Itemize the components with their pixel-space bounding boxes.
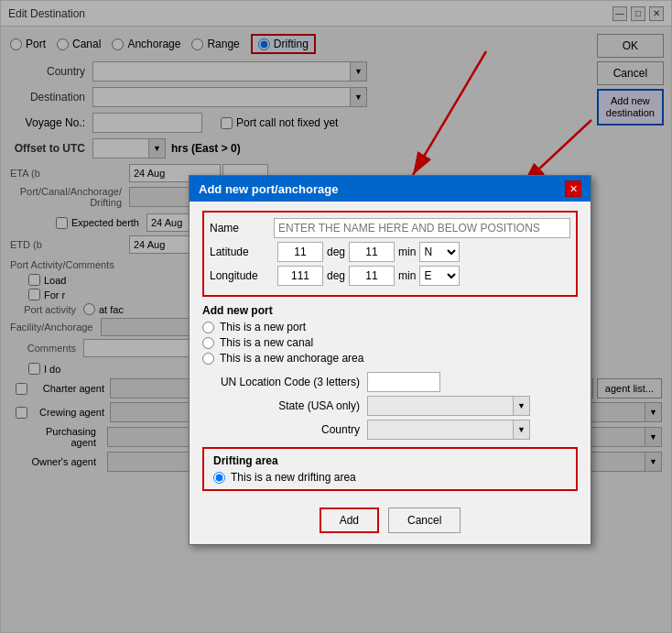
un-code-input[interactable] — [367, 372, 440, 392]
lat-dir-select[interactable]: N S — [419, 242, 460, 262]
add-new-modal: Add new port/anchorage ✕ Name Latitude d… — [189, 175, 591, 545]
lon-deg-label: deg — [327, 269, 345, 282]
lon-min-label: min — [398, 269, 416, 282]
state-label: State (USA only) — [202, 399, 367, 412]
state-row: State (USA only) ▼ — [202, 396, 578, 416]
modal-country-combo-arrow[interactable]: ▼ — [514, 420, 530, 440]
new-canal-radio[interactable] — [202, 337, 214, 349]
latitude-label: Latitude — [210, 246, 274, 258]
drifting-section-title: Drifting area — [213, 454, 567, 467]
un-code-label: UN Location Code (3 letters) — [202, 376, 367, 388]
modal-footer: Add Cancel — [190, 500, 591, 544]
drifting-section: Drifting area This is a new drifting are… — [202, 447, 578, 491]
lon-dir-select[interactable]: E W — [419, 266, 460, 286]
longitude-row: Longitude deg min E W — [210, 266, 570, 286]
name-field-label: Name — [210, 222, 274, 235]
new-canal-radio-label[interactable]: This is a new canal — [202, 336, 578, 349]
new-drifting-label: This is a new drifting area — [231, 471, 356, 484]
un-code-row: UN Location Code (3 letters) — [202, 372, 578, 392]
lat-deg-label: deg — [327, 246, 345, 258]
new-drifting-radio-label[interactable]: This is a new drifting area — [213, 471, 567, 484]
new-port-label: This is a new port — [220, 321, 306, 333]
state-input[interactable] — [367, 396, 514, 416]
lat-min-label: min — [398, 246, 416, 258]
name-coord-box: Name Latitude deg min N S Longitude — [202, 211, 578, 297]
new-port-radio-label[interactable]: This is a new port — [202, 321, 578, 333]
lat-deg-input[interactable] — [277, 242, 323, 262]
add-new-section-title: Add new port — [202, 304, 578, 317]
modal-title-bar: Add new port/anchorage ✕ — [190, 176, 591, 202]
modal-country-input[interactable] — [367, 420, 514, 440]
modal-country-row: Country ▼ — [202, 420, 578, 440]
new-drifting-radio[interactable] — [213, 472, 225, 484]
new-anchorage-radio-label[interactable]: This is a new anchorage area — [202, 352, 578, 365]
lat-min-input[interactable] — [349, 242, 395, 262]
new-canal-label: This is a new canal — [220, 336, 313, 349]
modal-body: Name Latitude deg min N S Longitude — [190, 202, 591, 500]
longitude-label: Longitude — [210, 269, 274, 282]
modal-close-button[interactable]: ✕ — [565, 180, 581, 197]
latitude-row: Latitude deg min N S — [210, 242, 570, 262]
modal-title: Add new port/anchorage — [199, 182, 338, 196]
add-new-port-section: Add new port This is a new port This is … — [202, 304, 578, 365]
new-anchorage-label: This is a new anchorage area — [220, 352, 363, 365]
country-combo-modal[interactable]: ▼ — [367, 420, 530, 440]
main-window: Edit Destination — □ ✕ Port Canal Anchor… — [0, 0, 672, 633]
modal-country-label: Country — [202, 423, 367, 436]
modal-add-button[interactable]: Add — [320, 507, 379, 533]
name-row: Name — [210, 218, 570, 238]
state-combo[interactable]: ▼ — [367, 396, 530, 416]
name-input[interactable] — [274, 218, 570, 238]
new-anchorage-radio[interactable] — [202, 353, 214, 365]
lon-min-input[interactable] — [349, 266, 395, 286]
new-port-radio[interactable] — [202, 322, 214, 333]
modal-cancel-button[interactable]: Cancel — [388, 507, 461, 533]
lon-deg-input[interactable] — [277, 266, 323, 286]
state-combo-arrow[interactable]: ▼ — [514, 396, 530, 416]
